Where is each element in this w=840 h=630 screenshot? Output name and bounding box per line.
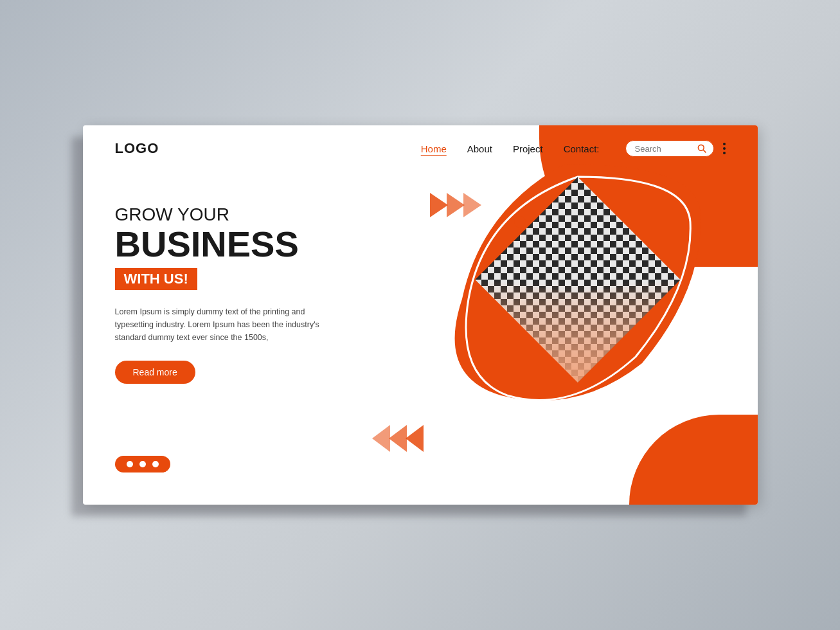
pagination-indicator <box>115 456 170 473</box>
read-more-button[interactable]: Read more <box>115 361 195 384</box>
landing-page-card: LOGO Home About Project Contact: <box>83 125 758 505</box>
svg-marker-5 <box>406 425 424 452</box>
page-dot-2 <box>139 461 146 467</box>
nav-project[interactable]: Project <box>513 143 543 154</box>
hero-title-wrapper: GROW YOUR BUSINESS WITH US! <box>115 204 398 305</box>
arrow-right-decoration <box>430 193 481 220</box>
dot-3 <box>723 152 726 154</box>
hero-title-line1: GROW YOUR <box>115 204 229 224</box>
page-dot-1 <box>127 461 133 467</box>
svg-point-0 <box>698 145 704 150</box>
chevron-left-icon <box>366 425 424 452</box>
page-dot-3 <box>152 461 159 467</box>
hero-content: GROW YOUR BUSINESS WITH US! Lorem Ipsum … <box>115 191 398 384</box>
dot-2 <box>723 147 726 150</box>
nav-contact[interactable]: Contact: <box>564 143 600 154</box>
logo: LOGO <box>115 140 159 157</box>
svg-line-1 <box>703 150 706 152</box>
arrow-left-decoration <box>366 425 424 455</box>
hero-description: Lorem Ipsum is simply dummy text of the … <box>115 305 334 344</box>
svg-marker-2 <box>430 193 448 217</box>
svg-marker-4 <box>463 193 481 217</box>
card-wrapper: LOGO Home About Project Contact: <box>83 125 758 505</box>
hero-badge: WITH US! <box>115 268 197 290</box>
svg-marker-3 <box>447 193 465 217</box>
dot-1 <box>723 143 726 145</box>
chevron-right-icon <box>430 193 481 217</box>
search-bar <box>625 140 714 157</box>
nav-about[interactable]: About <box>467 143 492 154</box>
search-icon <box>697 143 707 154</box>
more-options-menu[interactable] <box>723 143 726 154</box>
svg-marker-6 <box>389 425 407 452</box>
search-input[interactable] <box>635 144 693 154</box>
navbar: LOGO Home About Project Contact: <box>83 125 758 172</box>
nav-home[interactable]: Home <box>421 143 447 154</box>
svg-marker-7 <box>372 425 390 452</box>
hero-section: GROW YOUR BUSINESS WITH US! Lorem Ipsum … <box>83 172 758 505</box>
nav-links: Home About Project Contact: <box>421 143 600 154</box>
hero-title-bold: BUSINESS <box>115 226 398 264</box>
